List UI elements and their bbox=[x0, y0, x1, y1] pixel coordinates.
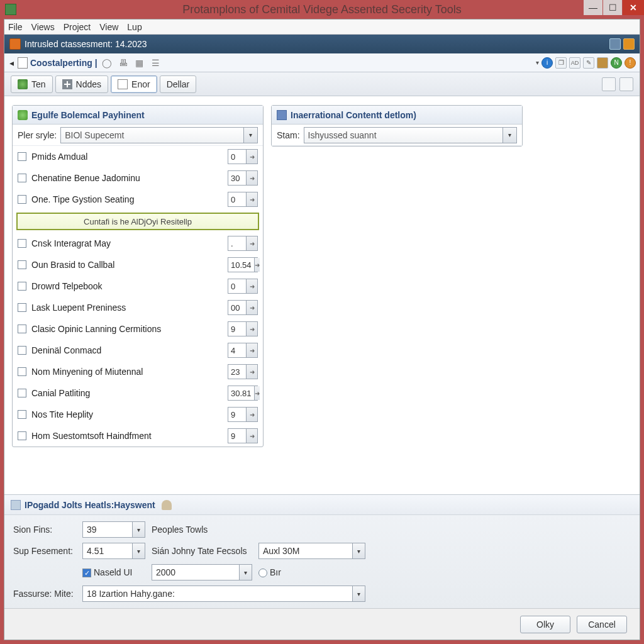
naseld-combo[interactable]: 2000▾ bbox=[152, 564, 252, 580]
spinner-arrow-icon[interactable]: ➜ bbox=[254, 386, 260, 400]
checkbox-icon[interactable] bbox=[18, 195, 26, 204]
tabbar-tool-2[interactable] bbox=[619, 77, 633, 91]
list-item: Chenatine Benue Jadominu30➜ bbox=[13, 167, 263, 189]
crumb-tool-2[interactable]: 🖶 bbox=[116, 56, 130, 70]
back-arrow-icon[interactable]: ◂ bbox=[8, 58, 15, 68]
crumb-tool-4[interactable]: ☰ bbox=[149, 56, 163, 70]
spinner-arrow-icon[interactable]: ➜ bbox=[246, 343, 257, 357]
ok-button[interactable]: Olky bbox=[520, 616, 570, 633]
fassure-combo[interactable]: 18 Izartion Hahy.gane:▾ bbox=[82, 586, 365, 602]
chevron-down-icon[interactable]: ▾ bbox=[239, 565, 252, 580]
ad-icon[interactable]: AD bbox=[569, 57, 580, 69]
menu-views[interactable]: Views bbox=[31, 22, 55, 32]
spinner-arrow-icon[interactable]: ➜ bbox=[246, 365, 257, 379]
checkbox-icon[interactable] bbox=[18, 410, 26, 419]
item-spinner[interactable]: 9➜ bbox=[228, 407, 258, 422]
spinner-arrow-icon[interactable]: ➜ bbox=[246, 171, 257, 185]
tab-ten[interactable]: Ten bbox=[11, 75, 53, 93]
checkbox-icon[interactable] bbox=[18, 152, 26, 161]
checkbox-icon[interactable] bbox=[18, 367, 26, 376]
green-status-icon[interactable]: N bbox=[611, 57, 622, 69]
checkbox-icon[interactable] bbox=[18, 346, 26, 355]
menu-lup[interactable]: Lup bbox=[127, 22, 142, 32]
info-icon[interactable]: i bbox=[541, 57, 553, 69]
highlight-row[interactable]: Cuntafi is he AlDjOyi Resitellp bbox=[16, 213, 259, 230]
item-spinner[interactable]: 30➜ bbox=[228, 170, 258, 186]
item-spinner[interactable]: 4➜ bbox=[228, 343, 258, 358]
checkbox-icon[interactable] bbox=[18, 239, 26, 248]
cancel-button[interactable]: Cancel bbox=[577, 616, 627, 633]
checkbox-icon[interactable] bbox=[18, 303, 26, 312]
close-button[interactable]: ✕ bbox=[623, 0, 644, 15]
breadcrumb-label[interactable]: Coostalperting | bbox=[30, 58, 97, 68]
spinner-arrow-icon[interactable]: ➜ bbox=[246, 429, 257, 443]
chevron-down-icon[interactable]: ▾ bbox=[243, 128, 257, 143]
naseld-checkbox-wrap[interactable]: ✓Naseld UI bbox=[82, 567, 145, 577]
tab-enor[interactable]: Enor bbox=[111, 75, 157, 93]
orange-status-icon[interactable]: ! bbox=[625, 57, 636, 69]
radio-icon[interactable] bbox=[258, 569, 267, 577]
item-spinner[interactable]: 0➜ bbox=[228, 192, 258, 207]
spinner-arrow-icon[interactable]: ➜ bbox=[246, 150, 257, 164]
item-label: Hom Suestomtsoft Haindfment bbox=[31, 431, 223, 441]
menu-project[interactable]: Project bbox=[64, 22, 91, 32]
checkbox-icon[interactable] bbox=[18, 325, 26, 333]
list-item: Oun Brasid to Callbal10.54➜ bbox=[13, 254, 263, 275]
bottom-title: IPogadd Jolts Heatls:Hayswent bbox=[25, 500, 155, 510]
folder-icon[interactable] bbox=[597, 57, 608, 69]
item-spinner[interactable]: 9➜ bbox=[228, 321, 258, 336]
item-spinner[interactable]: 0➜ bbox=[228, 279, 258, 294]
crumb-tool-3[interactable]: ▦ bbox=[133, 56, 147, 70]
item-spinner[interactable]: 0➜ bbox=[228, 149, 258, 164]
crumb-dropdown-icon[interactable]: ▾ bbox=[536, 59, 539, 66]
stam-combo[interactable]: Ishyussed suannt ▾ bbox=[304, 127, 517, 143]
style-combo[interactable]: BIOl Supecemt ▾ bbox=[60, 127, 258, 143]
menu-file[interactable]: File bbox=[8, 22, 23, 32]
checkbox-icon[interactable] bbox=[18, 431, 26, 440]
item-spinner[interactable]: 30.81➜ bbox=[228, 386, 258, 401]
chevron-down-icon[interactable]: ▾ bbox=[502, 128, 516, 143]
item-spinner[interactable]: .➜ bbox=[228, 236, 258, 251]
checkbox-icon[interactable] bbox=[18, 260, 26, 269]
spinner-arrow-icon[interactable]: ➜ bbox=[246, 301, 257, 314]
edit-icon[interactable]: ✎ bbox=[583, 57, 594, 69]
spinner-arrow-icon[interactable]: ➜ bbox=[246, 192, 257, 206]
list-item: Nom Minyening of Miutennal23➜ bbox=[13, 361, 263, 382]
tab-nddes[interactable]: Nddes bbox=[55, 75, 108, 93]
spinner-arrow-icon[interactable]: ➜ bbox=[246, 279, 257, 293]
item-spinner[interactable]: 23➜ bbox=[228, 364, 258, 379]
list-item: Nos Tite Heplity9➜ bbox=[13, 404, 263, 425]
sionfins-combo[interactable]: 39▾ bbox=[82, 521, 145, 538]
spinner-arrow-icon[interactable]: ➜ bbox=[254, 258, 260, 272]
menu-view[interactable]: View bbox=[99, 22, 118, 32]
crumb-tool-1[interactable]: ◯ bbox=[100, 56, 114, 70]
sip-combo[interactable]: 4.51▾ bbox=[82, 543, 145, 559]
checkbox-icon[interactable] bbox=[18, 174, 26, 182]
spinner-arrow-icon[interactable]: ➜ bbox=[246, 236, 257, 250]
checkbox-icon[interactable] bbox=[18, 389, 26, 397]
chevron-down-icon[interactable]: ▾ bbox=[352, 586, 365, 601]
chevron-down-icon[interactable]: ▾ bbox=[132, 543, 145, 558]
tabbar-tool-1[interactable] bbox=[602, 77, 616, 91]
maximize-button[interactable]: ☐ bbox=[603, 0, 622, 15]
chevron-down-icon[interactable]: ▾ bbox=[132, 522, 145, 537]
item-spinner[interactable]: 00➜ bbox=[228, 300, 258, 315]
window-title: Protamplons of Cemital Videge Assented S… bbox=[0, 3, 644, 16]
minimize-button[interactable]: — bbox=[584, 0, 602, 15]
bluestrip-btn-1[interactable] bbox=[609, 38, 621, 50]
checkbox-icon[interactable]: ✓ bbox=[82, 569, 91, 577]
item-spinner[interactable]: 10.54➜ bbox=[228, 257, 258, 272]
checkbox-icon[interactable] bbox=[18, 282, 26, 291]
spinner-arrow-icon[interactable]: ➜ bbox=[246, 408, 257, 421]
arrow-icon bbox=[18, 79, 28, 89]
fassure-value: 18 Izartion Hahy.gane: bbox=[87, 589, 175, 599]
list-item: Cnsk Interagrat May.➜ bbox=[13, 233, 263, 254]
page-icon[interactable]: ❐ bbox=[555, 57, 567, 69]
aux-combo[interactable]: Auxl 30M▾ bbox=[258, 543, 365, 559]
bluestrip-btn-2[interactable] bbox=[623, 38, 635, 50]
item-spinner[interactable]: 9➜ bbox=[228, 428, 258, 443]
bar-radio-wrap[interactable]: Bır bbox=[258, 567, 365, 577]
spinner-arrow-icon[interactable]: ➜ bbox=[246, 322, 257, 336]
chevron-down-icon[interactable]: ▾ bbox=[352, 543, 365, 558]
tab-dellar[interactable]: Dellar bbox=[160, 75, 197, 93]
